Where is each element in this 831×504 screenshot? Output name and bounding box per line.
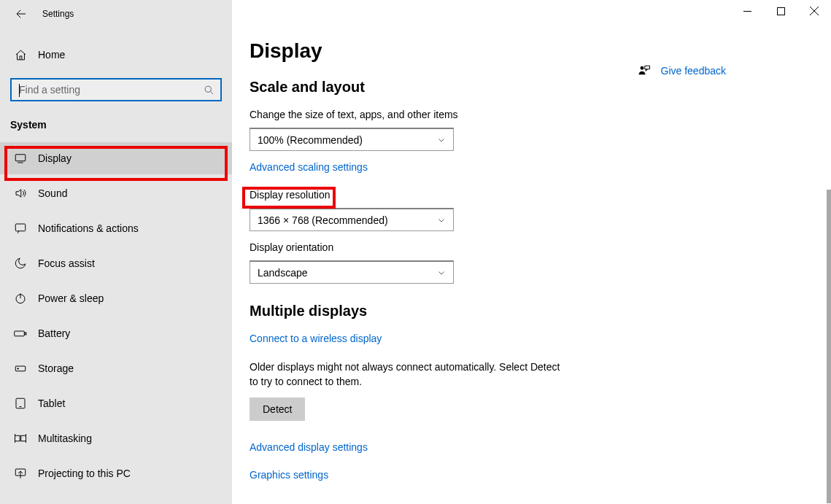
sidebar-item-display[interactable]: Display (0, 142, 232, 174)
detect-description: Older displays might not always connect … (250, 360, 571, 389)
svg-rect-6 (15, 224, 26, 231)
svg-rect-11 (15, 366, 26, 371)
page-title: Display (250, 39, 831, 63)
sidebar-item-tablet[interactable]: Tablet (0, 387, 232, 419)
sidebar-item-label: Power & sleep (38, 292, 104, 304)
sidebar-item-storage[interactable]: Storage (0, 352, 232, 384)
svg-rect-22 (644, 66, 649, 69)
sidebar-item-notifications[interactable]: Notifications & actions (0, 212, 232, 244)
detect-button[interactable]: Detect (250, 398, 305, 421)
chevron-down-icon (437, 216, 446, 225)
search-input[interactable] (12, 80, 220, 99)
window-controls (730, 0, 831, 22)
vertical-scrollbar[interactable] (827, 190, 831, 503)
feedback-icon (638, 64, 651, 77)
tablet-icon (13, 397, 28, 410)
sidebar-item-label: Tablet (38, 398, 65, 409)
minimize-button[interactable] (730, 0, 764, 22)
sidebar-item-label: Multitasking (38, 433, 92, 444)
resolution-value: 1366 × 768 (Recommended) (258, 214, 388, 226)
sidebar-item-label: Projecting to this PC (38, 468, 131, 479)
back-button[interactable] (10, 3, 32, 25)
scale-label: Change the size of text, apps, and other… (250, 109, 831, 120)
close-button[interactable] (797, 0, 831, 22)
sidebar-item-projecting[interactable]: Projecting to this PC (0, 457, 232, 489)
graphics-settings-link[interactable]: Graphics settings (250, 469, 328, 481)
home-nav[interactable]: Home (0, 39, 232, 70)
search-container (10, 78, 222, 101)
svg-rect-15 (15, 435, 20, 441)
display-icon (13, 152, 28, 165)
feedback-link[interactable]: Give feedback (661, 65, 727, 77)
sidebar: Settings Home (0, 0, 232, 504)
sidebar-item-label: Sound (38, 187, 67, 199)
search-box[interactable] (10, 78, 222, 101)
sound-icon (13, 187, 28, 200)
battery-icon (13, 327, 28, 340)
sidebar-item-focus-assist[interactable]: Focus assist (0, 247, 232, 279)
svg-rect-3 (15, 155, 26, 161)
svg-line-2 (210, 91, 213, 94)
orientation-label: Display orientation (250, 241, 831, 253)
sidebar-item-sound[interactable]: Sound (0, 177, 232, 209)
svg-point-12 (18, 368, 19, 370)
home-label: Home (38, 49, 65, 61)
storage-icon (13, 362, 28, 375)
chevron-down-icon (437, 268, 446, 277)
wireless-display-link[interactable]: Connect to a wireless display (250, 333, 382, 344)
notifications-icon (13, 222, 28, 235)
sidebar-header: Settings (0, 0, 232, 28)
svg-point-1 (205, 86, 211, 92)
section-scale-layout: Scale and layout (250, 79, 831, 96)
scale-dropdown[interactable]: 100% (Recommended) (250, 128, 454, 151)
sidebar-item-battery[interactable]: Battery (0, 317, 232, 349)
sidebar-item-label: Storage (38, 363, 74, 374)
svg-marker-5 (16, 190, 21, 198)
chevron-down-icon (437, 136, 446, 144)
svg-rect-24 (777, 7, 784, 15)
projecting-icon (13, 467, 28, 480)
resolution-heading: Display resolution (250, 189, 331, 201)
svg-point-21 (640, 66, 643, 70)
app-window: Settings Home (0, 0, 831, 504)
svg-rect-10 (25, 333, 26, 335)
feedback-section: Give feedback (638, 64, 727, 77)
sidebar-item-multitasking[interactable]: Multitasking (0, 422, 232, 454)
resolution-dropdown[interactable]: 1366 × 768 (Recommended) (250, 208, 454, 231)
sidebar-item-power-sleep[interactable]: Power & sleep (0, 282, 232, 314)
maximize-button[interactable] (764, 0, 797, 22)
sidebar-section-header: System (10, 119, 232, 131)
orientation-dropdown[interactable]: Landscape (250, 260, 454, 284)
sidebar-item-label: Notifications & actions (38, 222, 139, 234)
text-cursor (19, 84, 20, 97)
advanced-scaling-link[interactable]: Advanced scaling settings (250, 161, 368, 173)
home-icon (13, 49, 28, 61)
svg-rect-9 (15, 331, 25, 336)
orientation-value: Landscape (258, 267, 308, 279)
sidebar-item-label: Focus assist (38, 257, 95, 269)
svg-rect-16 (21, 435, 26, 441)
power-icon (13, 292, 28, 305)
sidebar-item-label: Battery (38, 327, 70, 339)
sidebar-item-label: Display (38, 152, 71, 164)
scale-value: 100% (Recommended) (258, 134, 363, 146)
advanced-display-link[interactable]: Advanced display settings (250, 441, 368, 453)
main-content: Display Scale and layout Change the size… (232, 0, 831, 504)
focus-assist-icon (13, 257, 28, 270)
window-title: Settings (42, 9, 74, 19)
search-icon (204, 85, 214, 96)
nav-list: Display Sound (0, 139, 232, 489)
multitasking-icon (13, 432, 28, 445)
section-multiple-displays: Multiple displays (250, 303, 831, 319)
